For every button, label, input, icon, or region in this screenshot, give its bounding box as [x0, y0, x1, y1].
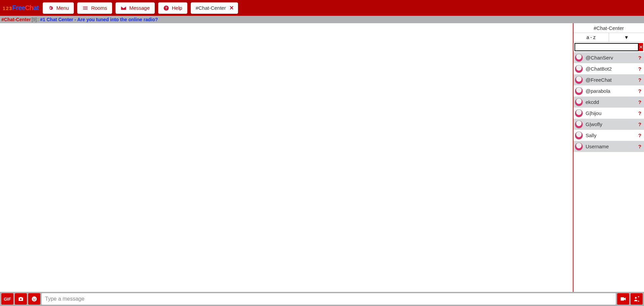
user-name: Username: [586, 144, 636, 149]
sidebar-search-row: ✕: [573, 42, 644, 52]
help-icon: ?: [163, 5, 169, 11]
avatar-icon: [575, 54, 583, 62]
user-row[interactable]: ekcdd?: [573, 97, 644, 108]
help-label: Help: [172, 5, 182, 11]
emoji-button[interactable]: [28, 293, 40, 305]
avatar-icon: [575, 87, 583, 95]
svg-point-2: [20, 298, 22, 300]
user-row[interactable]: @ChatBot2?: [573, 63, 644, 74]
sort-alpha-button[interactable]: a - z: [573, 33, 609, 42]
user-list[interactable]: @ChanServ?@ChatBot2?@FreeChat?@parabola?…: [573, 52, 644, 292]
user-row[interactable]: Sally?: [573, 130, 644, 141]
user-row[interactable]: @ChanServ?: [573, 52, 644, 63]
user-info-button[interactable]: ?: [638, 144, 641, 149]
user-info-button[interactable]: ?: [638, 88, 641, 94]
video-button[interactable]: [617, 293, 629, 305]
avatar-icon: [575, 65, 583, 73]
svg-point-3: [32, 297, 37, 302]
avatar-icon: [575, 109, 583, 117]
brand-part3: at: [33, 4, 39, 12]
sidebar: #Chat-Center a - z ▼ ✕ @ChanServ?@ChatBo…: [573, 23, 644, 292]
topic-channel: #Chat-Center: [1, 17, 31, 22]
user-info-button[interactable]: ?: [638, 99, 641, 105]
sort-menu-button[interactable]: ▼: [609, 33, 644, 42]
svg-point-4: [33, 298, 34, 299]
topic-bar: #Chat-Center [9]:: #1 Chat Center - Are …: [0, 16, 644, 23]
user-name: ekcdd: [586, 99, 636, 105]
user-row[interactable]: @parabola?: [573, 85, 644, 97]
user-name: G|wofly: [586, 121, 636, 127]
avatar-icon: [575, 76, 583, 84]
topic-text: #1 Chat Center - Are you tuned into the …: [40, 17, 158, 22]
avatar-icon: [575, 120, 583, 128]
video-icon: [620, 296, 627, 302]
menu-button[interactable]: Menu: [43, 2, 74, 14]
camera-button[interactable]: [15, 293, 27, 305]
user-info-button[interactable]: ?: [638, 110, 641, 116]
gear-icon: [48, 5, 54, 11]
person-expand-icon: [633, 296, 640, 302]
user-info-button[interactable]: ?: [638, 66, 641, 72]
rooms-label: Rooms: [91, 5, 107, 11]
camera-icon: [17, 296, 24, 302]
sidebar-clear-button[interactable]: ✕: [639, 43, 643, 51]
brand-part2: Ch: [25, 4, 33, 12]
svg-point-6: [635, 297, 637, 299]
gif-button[interactable]: GIF: [1, 293, 13, 305]
user-name: @FreeChat: [586, 77, 636, 83]
topic-count: [9]::: [32, 17, 39, 22]
avatar-icon: [575, 131, 583, 140]
rooms-button[interactable]: Rooms: [77, 2, 112, 14]
bottom-right-group: [617, 293, 643, 305]
user-row[interactable]: G|wofly?: [573, 119, 644, 130]
topbar: 1 2 3 Free Ch at Menu Rooms Message ? He…: [0, 0, 644, 16]
user-name: @ChanServ: [586, 55, 636, 61]
channel-tab[interactable]: #Chat-Center ✕: [191, 2, 238, 14]
sidebar-title: #Chat-Center: [573, 23, 644, 33]
brand-logo: 1 2 3 Free Ch at: [2, 4, 39, 12]
avatar-icon: [575, 98, 583, 106]
avatar-icon: [575, 143, 583, 151]
list-icon: [82, 5, 88, 11]
brand-prefix: 1 2 3: [3, 6, 11, 11]
user-info-button[interactable]: ?: [638, 121, 641, 127]
expand-user-button[interactable]: [631, 293, 643, 305]
user-name: Sally: [586, 132, 636, 138]
message-label: Message: [129, 5, 150, 11]
sidebar-sort-row: a - z ▼: [573, 33, 644, 42]
svg-point-5: [35, 298, 35, 299]
bottom-bar: GIF: [0, 292, 644, 306]
chat-area[interactable]: [0, 23, 573, 292]
user-info-button[interactable]: ?: [638, 77, 641, 83]
main-row: #Chat-Center a - z ▼ ✕ @ChanServ?@ChatBo…: [0, 23, 644, 292]
user-info-button[interactable]: ?: [638, 55, 641, 61]
menu-label: Menu: [56, 5, 69, 11]
sidebar-search-input[interactable]: [574, 43, 639, 51]
brand-part1: Free: [12, 4, 25, 12]
user-row[interactable]: Username?: [573, 141, 644, 152]
user-name: @ChatBot2: [586, 66, 636, 72]
close-icon[interactable]: ✕: [229, 5, 234, 11]
user-info-button[interactable]: ?: [638, 132, 641, 138]
message-input[interactable]: [42, 293, 616, 305]
user-name: @parabola: [586, 88, 636, 94]
channel-tab-label: #Chat-Center: [196, 5, 226, 11]
message-button[interactable]: Message: [116, 2, 155, 14]
svg-text:?: ?: [165, 6, 167, 10]
user-name: G|hijou: [586, 110, 636, 116]
help-button[interactable]: ? Help: [158, 2, 187, 14]
user-row[interactable]: @FreeChat?: [573, 74, 644, 85]
envelope-icon: [121, 5, 127, 11]
smile-icon: [31, 296, 38, 302]
user-row[interactable]: G|hijou?: [573, 108, 644, 119]
